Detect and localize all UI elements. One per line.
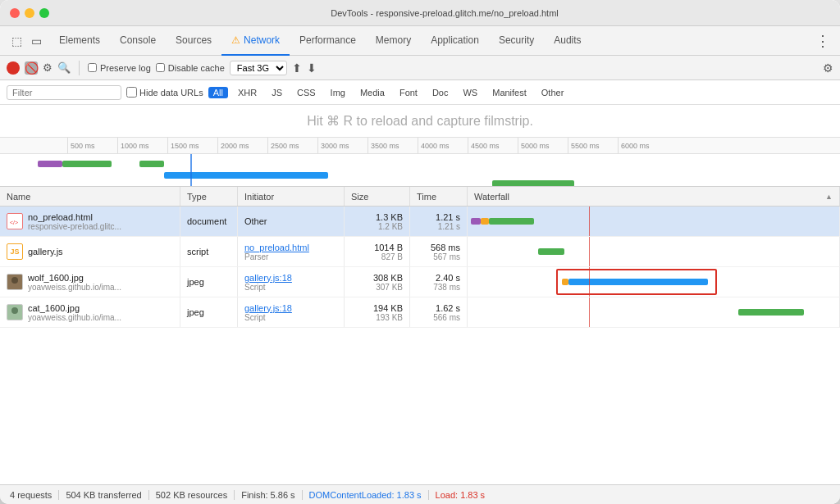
tick-5000: 5000 ms [518, 138, 550, 153]
file-icon-cat [7, 304, 23, 320]
filter-doc[interactable]: Doc [427, 87, 454, 98]
th-initiator[interactable]: Initiator [238, 187, 345, 206]
download-button[interactable]: ⬇ [307, 61, 317, 75]
devtools-window: DevTools - responsive-preload.glitch.me/… [0, 0, 840, 504]
status-bar: 4 requests 504 KB transferred 502 KB res… [0, 484, 840, 504]
preserve-log-label[interactable]: Preserve log [88, 63, 151, 73]
overview-bar-js-green [139, 161, 164, 167]
finish-time: Finish: 5.86 s [241, 490, 294, 500]
tab-console[interactable]: Console [110, 26, 166, 56]
preserve-log-checkbox[interactable] [88, 63, 97, 72]
filename-sub-2: yoavweiss.github.io/ima... [28, 283, 121, 292]
throttle-select[interactable]: Fast 3G [230, 61, 287, 75]
disable-cache-label[interactable]: Disable cache [156, 63, 225, 73]
transferred-size: 504 KB transferred [66, 490, 141, 500]
tick-5500: 5500 ms [568, 138, 600, 153]
td-name-0: </> no_preload.html responsive-preload.g… [0, 207, 180, 236]
tab-security[interactable]: Security [489, 26, 544, 56]
td-time-3: 1.62 s 566 ms [410, 297, 468, 327]
close-button[interactable] [10, 8, 20, 18]
td-init-3: gallery.js:18 Script [238, 297, 345, 327]
table-row[interactable]: JS gallery.js script no_preload.html Par… [0, 237, 840, 267]
disable-cache-checkbox[interactable] [156, 63, 165, 72]
divider-3 [234, 490, 235, 500]
th-name[interactable]: Name [0, 187, 180, 206]
table-header: Name Type Initiator Size Time Waterfall … [0, 187, 840, 207]
search-button[interactable]: 🔍 [57, 61, 71, 74]
filename-0: no_preload.html [28, 212, 121, 222]
td-time-1: 568 ms 567 ms [410, 237, 468, 266]
sort-icon: ▲ [825, 193, 833, 201]
filter-js[interactable]: JS [267, 87, 287, 98]
filter-css[interactable]: CSS [292, 87, 321, 98]
tab-sources[interactable]: Sources [166, 26, 221, 56]
minimize-button[interactable] [25, 8, 34, 18]
th-size[interactable]: Size [345, 187, 410, 206]
upload-button[interactable]: ⬆ [292, 61, 302, 75]
table-row[interactable]: wolf_1600.jpg yoavweiss.github.io/ima...… [0, 267, 840, 297]
tick-1500: 1500 ms [167, 138, 199, 153]
filter-input[interactable] [7, 85, 121, 100]
wf-green-1 [538, 248, 564, 255]
filter-xhr[interactable]: XHR [233, 87, 262, 98]
load-marker-1 [589, 237, 590, 266]
svg-text:</>: </> [10, 220, 18, 225]
filter-button[interactable]: ⚙ [43, 61, 52, 74]
th-waterfall[interactable]: Waterfall ▲ [468, 187, 840, 206]
svg-point-4 [11, 307, 18, 314]
device-icon[interactable]: ▭ [26, 31, 46, 51]
empty-state: Hit ⌘ R to reload and capture filmstrip. [0, 105, 840, 138]
tab-audits[interactable]: Audits [544, 26, 591, 56]
filter-media[interactable]: Media [355, 87, 390, 98]
timeline-content [0, 154, 840, 187]
hide-data-urls-label[interactable]: Hide data URLs [126, 87, 203, 98]
td-time-2: 2.40 s 738 ms [410, 267, 468, 297]
record-button[interactable] [7, 61, 20, 75]
td-waterfall-3 [468, 297, 840, 327]
more-tabs-button[interactable]: ⋮ [812, 32, 833, 50]
th-time[interactable]: Time [410, 187, 468, 206]
wf-queuing-0 [471, 218, 481, 225]
tick-3000: 3000 ms [317, 138, 349, 153]
hide-data-urls-checkbox[interactable] [126, 87, 137, 98]
td-waterfall-2 [468, 267, 840, 297]
tab-elements[interactable]: Elements [49, 26, 110, 56]
inspector-icon[interactable]: ⬚ [7, 31, 26, 51]
th-type[interactable]: Type [180, 187, 238, 206]
filter-ws[interactable]: WS [458, 87, 482, 98]
td-size-1: 1014 B 827 B [345, 237, 410, 266]
maximize-button[interactable] [39, 8, 49, 18]
settings-button[interactable]: ⚙ [823, 61, 833, 75]
resources-size: 502 KB resources [156, 490, 227, 500]
tab-memory[interactable]: Memory [366, 26, 421, 56]
file-icon-js: JS [7, 243, 23, 260]
filename-sub-3: yoavweiss.github.io/ima... [28, 313, 121, 322]
file-icon-wolf [7, 274, 23, 290]
td-name-3: cat_1600.jpg yoavweiss.github.io/ima... [0, 297, 180, 327]
divider-5 [428, 490, 429, 500]
file-icon-html: </> [7, 213, 23, 229]
table-row[interactable]: cat_1600.jpg yoavweiss.github.io/ima... … [0, 297, 840, 328]
filter-manifest[interactable]: Manifest [487, 87, 532, 98]
filter-all[interactable]: All [208, 87, 228, 98]
tab-performance[interactable]: Performance [290, 26, 366, 56]
wf-receiving-0 [489, 218, 534, 225]
filter-bar: Hide data URLs All XHR JS CSS Img Media … [0, 80, 840, 105]
table-row[interactable]: </> no_preload.html responsive-preload.g… [0, 207, 840, 237]
filter-other[interactable]: Other [536, 87, 569, 98]
filter-font[interactable]: Font [395, 87, 422, 98]
td-type-2: jpeg [180, 267, 238, 297]
domcontentloaded-badge: DOMContentLoaded: 1.83 s [309, 490, 422, 500]
tick-4500: 4500 ms [468, 138, 500, 153]
td-waterfall-0 [468, 207, 840, 236]
overview-bar-cat-green [492, 180, 574, 187]
timeline-ruler: 500 ms 1000 ms 1500 ms 2000 ms 2500 ms 3… [0, 138, 840, 154]
tab-application[interactable]: Application [421, 26, 489, 56]
clear-button[interactable]: 🚫 [25, 61, 38, 75]
domcontentloaded-line [190, 154, 192, 187]
td-size-3: 194 KB 193 KB [345, 297, 410, 327]
td-type-0: document [180, 207, 238, 236]
filename-1: gallery.js [28, 247, 63, 257]
tab-network[interactable]: ⚠ Network [221, 26, 290, 56]
filter-img[interactable]: Img [326, 87, 350, 98]
